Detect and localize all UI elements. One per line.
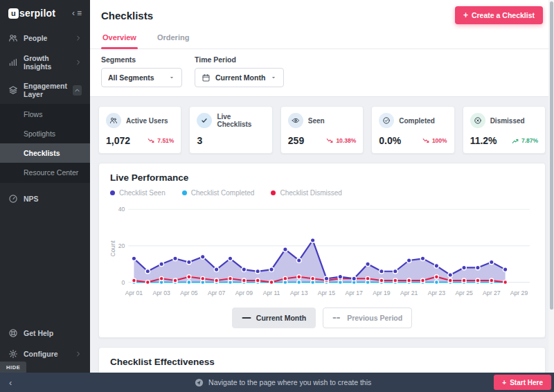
- start-here-button[interactable]: + Start Here: [494, 375, 551, 390]
- svg-text:20: 20: [118, 242, 125, 249]
- live-performance-chart: 02040CountApr 01Apr 03Apr 05Apr 07Apr 09…: [110, 199, 534, 305]
- checklist-effectiveness-card: Checklist Effectiveness Filters: [98, 347, 546, 373]
- sidebar-item-spotlights[interactable]: Spotlights: [0, 124, 90, 143]
- hide-sidebar-tab[interactable]: HIDE: [0, 362, 26, 373]
- stat-value: 0.0%: [379, 135, 401, 146]
- svg-text:Apr 07: Apr 07: [208, 289, 226, 296]
- bottom-bar-message-text: Navigate to the page where you wish to c…: [208, 378, 371, 386]
- time-period-filter-group: Time Period Current Month: [195, 55, 284, 87]
- trend-down-icon: 100%: [422, 137, 447, 144]
- sidebar-item-label: Configure: [24, 350, 69, 358]
- gear-icon: [8, 349, 18, 359]
- stat-card-active-users: Active Users1,0727.51%: [98, 106, 181, 154]
- stat-card-dismissed: Dismissed11.2%7.87%: [463, 106, 546, 154]
- userpilot-logo[interactable]: userpilot: [8, 8, 55, 19]
- check-circle-icon: [379, 113, 394, 128]
- sidebar-item-label: Engagement Layer: [24, 82, 67, 98]
- svg-text:40: 40: [118, 206, 125, 213]
- lifebuoy-icon: [8, 328, 18, 338]
- plus-icon: +: [502, 379, 506, 386]
- sidebar-collapse-button[interactable]: ‹≡: [72, 8, 82, 18]
- plus-icon: +: [463, 11, 468, 19]
- segments-select-value: All Segments: [108, 73, 154, 82]
- svg-text:Count: Count: [110, 240, 116, 257]
- sidebar-item-label: Growth Insights: [24, 54, 69, 71]
- dashed-line-icon: [332, 316, 342, 320]
- live-performance-card: Live Performance Checklist SeenChecklist…: [98, 163, 546, 338]
- logo-mark-icon: u: [8, 8, 19, 19]
- svg-text:Apr 01: Apr 01: [125, 289, 143, 296]
- users-icon: [106, 113, 121, 128]
- time-period-label: Time Period: [195, 55, 284, 64]
- tab-overview[interactable]: Overview: [101, 27, 138, 48]
- legend-checklist-completed[interactable]: Checklist Completed: [182, 189, 255, 197]
- stat-label: Dismissed: [490, 117, 525, 125]
- layers-icon: [8, 85, 18, 95]
- sidebar-bottom-nav: Get HelpConfigure: [0, 323, 90, 364]
- previous-period-toggle[interactable]: Previous Period: [323, 308, 412, 328]
- current-month-toggle[interactable]: Current Month: [232, 308, 316, 328]
- trend-up-icon: 7.87%: [512, 137, 538, 144]
- sidebar-item-engagement-layer[interactable]: Engagement Layer: [0, 76, 90, 104]
- svg-text:Apr 13: Apr 13: [290, 289, 308, 296]
- sidebar-item-people[interactable]: People: [0, 28, 90, 48]
- eye-icon: [288, 113, 303, 128]
- check-icon: [197, 113, 212, 128]
- stat-label: Seen: [308, 117, 325, 125]
- chevron-right-icon: [75, 350, 82, 357]
- svg-text:0: 0: [121, 279, 125, 286]
- legend-checklist-seen[interactable]: Checklist Seen: [110, 189, 166, 197]
- svg-text:Apr 05: Apr 05: [180, 289, 198, 296]
- time-period-select[interactable]: Current Month: [195, 68, 284, 87]
- create-checklist-button[interactable]: + Create a Checklist: [455, 6, 543, 24]
- legend-label: Checklist Seen: [119, 189, 166, 197]
- bar-chart-icon: [8, 57, 18, 67]
- sidebar-item-growth-insights[interactable]: Growth Insights: [0, 48, 90, 76]
- sidebar-item-flows[interactable]: Flows: [0, 105, 90, 124]
- caret-down-icon: [270, 74, 277, 81]
- stat-label: Live Checklists: [217, 113, 265, 128]
- stat-card-completed: Completed0.0%100%: [371, 106, 454, 154]
- current-month-toggle-label: Current Month: [256, 314, 306, 322]
- people-icon: [8, 33, 18, 43]
- stat-value: 3: [197, 135, 202, 146]
- sidebar-submenu: FlowsSpotlightsChecklistsResource Center: [0, 104, 90, 183]
- svg-text:Apr 11: Apr 11: [263, 289, 280, 296]
- legend-checklist-dismissed[interactable]: Checklist Dismissed: [271, 189, 341, 197]
- sidebar-item-resource-center[interactable]: Resource Center: [0, 163, 90, 182]
- create-checklist-label: Create a Checklist: [472, 11, 535, 19]
- trend-down-icon: 7.51%: [148, 137, 174, 144]
- chevron-up-icon[interactable]: [73, 85, 82, 96]
- scrollbar-thumb[interactable]: [550, 1, 553, 310]
- svg-text:Apr 29: Apr 29: [510, 289, 528, 296]
- chevron-right-icon: [75, 35, 82, 42]
- svg-text:Apr 25: Apr 25: [455, 289, 473, 296]
- segments-filter-group: Segments All Segments: [101, 55, 182, 87]
- filter-row: Segments All Segments Time Period Curren…: [90, 49, 554, 97]
- trend-value: 7.51%: [157, 137, 174, 144]
- bottom-bar-message: Navigate to the page where you wish to c…: [12, 378, 554, 387]
- scrollbar[interactable]: [548, 0, 554, 373]
- trend-down-icon: 10.38%: [326, 137, 356, 144]
- sidebar-item-checklists[interactable]: Checklists: [0, 143, 90, 163]
- stat-label: Completed: [399, 117, 435, 125]
- tab-ordering[interactable]: Ordering: [156, 27, 190, 48]
- sidebar-item-label: Get Help: [24, 329, 82, 337]
- stat-value: 259: [288, 135, 304, 146]
- calendar-icon: [202, 73, 211, 82]
- time-period-select-value: Current Month: [215, 73, 265, 82]
- stat-value: 11.2%: [470, 135, 497, 146]
- sidebar-item-nps[interactable]: NPS: [0, 188, 90, 209]
- legend-dot: [110, 190, 115, 195]
- menu-icon: ≡: [77, 8, 82, 18]
- x-circle-icon: [470, 113, 485, 128]
- chart-toggles: Current Month Previous Period: [110, 308, 534, 328]
- tab-bar: OverviewOrdering: [90, 27, 554, 49]
- logo-text: serpilot: [19, 8, 55, 19]
- sidebar-item-get-help[interactable]: Get Help: [0, 323, 90, 344]
- segments-select[interactable]: All Segments: [101, 68, 182, 87]
- trend-value: 100%: [432, 137, 447, 144]
- page-header: Checklists + Create a Checklist: [90, 0, 554, 27]
- segments-label: Segments: [101, 55, 182, 64]
- app-root: userpilot ‹≡ PeopleGrowth InsightsEngage…: [0, 0, 554, 392]
